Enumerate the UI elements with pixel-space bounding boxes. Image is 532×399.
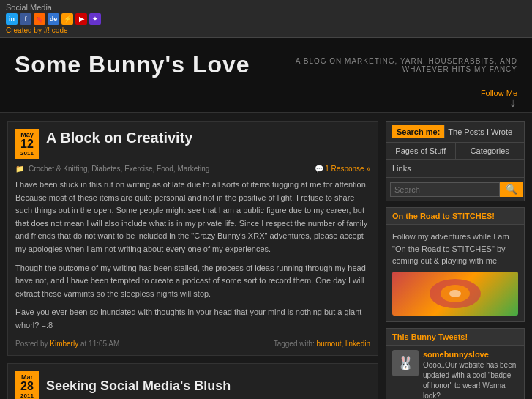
- tweets-title: This Bunny Tweets!: [386, 329, 524, 346]
- post-body-1: I have been stuck in this rut on writing…: [15, 179, 370, 332]
- social-title: Social Media: [6, 3, 526, 12]
- tweet-body: 🐰 somebunnyslove Oooo..Our website has b…: [386, 346, 524, 400]
- facebook-icon[interactable]: f: [20, 13, 31, 25]
- tweet-content: somebunnyslove Oooo..Our website has bee…: [423, 350, 518, 400]
- delicious-icon[interactable]: de: [48, 13, 59, 25]
- post-date-1: May 12 2011: [15, 129, 39, 159]
- stitches-section: On the Road to STITCHES! Follow my adven…: [386, 207, 525, 322]
- sidebar-nav: Search me: The Posts I Wrote Pages of St…: [386, 121, 525, 201]
- the-posts-label[interactable]: The Posts I Wrote: [448, 127, 512, 136]
- links-row: Links: [386, 160, 524, 178]
- site-title: Some Bunny's Love: [15, 51, 250, 78]
- search-input[interactable]: [390, 182, 500, 197]
- created-by: Created by #! code: [6, 26, 526, 34]
- stitches-text: Follow my adventures while I am "On the …: [392, 232, 509, 265]
- author-link-1[interactable]: Kimberly: [50, 340, 78, 348]
- pages-of-stuff-link[interactable]: Pages of Stuff: [386, 143, 456, 159]
- rss-icon[interactable]: ⚡: [61, 13, 73, 25]
- post-card-2: Mar 28 2011 Seeking Social Media's Blush: [7, 363, 378, 399]
- site-header: Some Bunny's Love A BLOG ON MARKETING, Y…: [0, 38, 532, 86]
- post-title-1[interactable]: A Block on Creativity: [46, 129, 192, 146]
- post-meta-1: 📁 Crochet & Knitting, Diabetes, Exercise…: [15, 165, 370, 173]
- post-categories-1: Crochet & Knitting, Diabetes, Exercise, …: [29, 165, 209, 173]
- stitches-title: On the Road to STITCHES!: [386, 208, 524, 225]
- post-para-1-1: Though the outcome of my writing has bee…: [15, 262, 370, 301]
- categories-link[interactable]: Categories: [456, 143, 525, 159]
- folder-icon: 📁: [15, 165, 24, 173]
- follow-me-label[interactable]: Follow Me: [481, 89, 517, 97]
- search-row-top: Search me: The Posts I Wrote: [386, 122, 524, 143]
- stitches-image: [392, 272, 518, 316]
- post-card-1: May 12 2011 A Block on Creativity 📁 Croc…: [7, 121, 378, 356]
- post-footer-1: Posted by Kimberly at 11:05 AM Tagged wi…: [15, 340, 370, 348]
- main-layout: May 12 2011 A Block on Creativity 📁 Croc…: [0, 113, 532, 399]
- youtube-icon[interactable]: ▶: [75, 13, 87, 25]
- post-title-2[interactable]: Seeking Social Media's Blush: [46, 379, 231, 394]
- search-input-row: 🔍: [390, 182, 520, 197]
- tweet-avatar: 🐰: [392, 350, 419, 376]
- post-date-2: Mar 28 2011: [15, 371, 39, 399]
- sidebar-search-box: 🔍: [386, 178, 524, 201]
- stitches-body: Follow my adventures while I am "On the …: [386, 225, 524, 321]
- digg-icon[interactable]: 🔖: [34, 13, 45, 25]
- sidebar: Search me: The Posts I Wrote Pages of St…: [386, 121, 525, 399]
- top-bar: Social Media in f 🔖 de ⚡ ▶ ✦ Created by …: [0, 0, 532, 38]
- social-icons: in f 🔖 de ⚡ ▶ ✦: [6, 13, 526, 25]
- post-tags-1: Tagged with: burnout, linkedin: [274, 340, 370, 348]
- search-me-label: Search me:: [392, 125, 445, 138]
- tag-link-1[interactable]: burnout, linkedin: [317, 340, 370, 348]
- sidebar-subnav: Pages of Stuff Categories: [386, 143, 524, 160]
- post-author-1: Posted by Kimberly at 11:05 AM: [15, 340, 119, 348]
- post-para-1-2: Have you ever been so inundated with tho…: [15, 306, 370, 332]
- content-area: May 12 2011 A Block on Creativity 📁 Croc…: [7, 121, 386, 399]
- svg-point-2: [449, 290, 461, 297]
- twitter-icon[interactable]: in: [6, 13, 18, 25]
- post-response-1[interactable]: 💬 1 Response »: [315, 165, 371, 173]
- links-label[interactable]: Links: [392, 164, 411, 173]
- tweet-text: Oooo..Our website has been updated with …: [423, 360, 518, 400]
- tweet-username[interactable]: somebunnyslove: [423, 350, 518, 359]
- post-header-1: May 12 2011 A Block on Creativity: [15, 129, 370, 159]
- tweets-section: This Bunny Tweets! 🐰 somebunnyslove Oooo…: [386, 328, 525, 400]
- post-para-1-0: I have been stuck in this rut on writing…: [15, 179, 370, 256]
- search-button[interactable]: 🔍: [500, 182, 523, 197]
- extra-icon[interactable]: ✦: [89, 13, 101, 25]
- tagline: A BLOG ON MARKETING, YARN, HOUSERABBITS,…: [283, 57, 517, 73]
- follow-me-bar: Follow Me ⇓: [0, 86, 532, 113]
